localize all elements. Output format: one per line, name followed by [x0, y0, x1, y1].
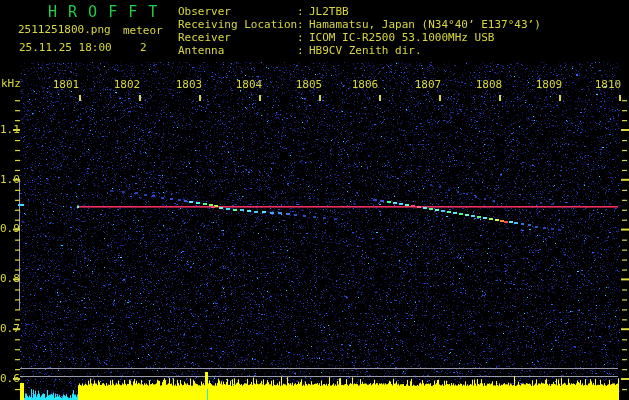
time-label: 1809 [536, 78, 563, 91]
time-label: 1807 [415, 78, 442, 91]
info-label: Receiving Location [178, 18, 297, 31]
time-label: 1804 [236, 78, 263, 91]
freq-label: 0.7 [0, 322, 14, 335]
info-colon: : [297, 31, 305, 44]
time-label: 1805 [296, 78, 323, 91]
time-label: 1806 [352, 78, 379, 91]
info-colon: : [297, 5, 305, 18]
freq-label: 1.1 [0, 123, 14, 136]
output-filename: 2511251800.png [18, 23, 111, 36]
info-row-receiving-location: Receiving Location:Hamamatsu, Japan (N34… [178, 18, 541, 31]
info-colon: : [297, 44, 305, 57]
info-value: HB9CV Zenith dir. [309, 44, 422, 57]
app-title: H R O F F T [48, 3, 158, 21]
station-info: Observer:JL2TBB Receiving Location:Hamam… [178, 5, 541, 57]
info-value: ICOM IC-R2500 53.1000MHz USB [309, 31, 494, 44]
info-colon: : [297, 18, 305, 31]
time-label: 1803 [176, 78, 203, 91]
time-label: 1808 [476, 78, 503, 91]
freq-label: 1.0 [0, 173, 14, 186]
meteor-count: 2 [140, 41, 147, 54]
time-label: 1802 [114, 78, 141, 91]
info-label: Observer [178, 5, 297, 18]
spectrogram-canvas [0, 0, 629, 400]
hrofft-screenshot: H R O F F T 2511251800.png meteor 25.11.… [0, 0, 629, 400]
info-row-antenna: Antenna:HB9CV Zenith dir. [178, 44, 541, 57]
mode-label: meteor [123, 24, 163, 37]
freq-unit-label: kHz [1, 77, 21, 90]
time-label: 1801 [53, 78, 80, 91]
freq-label: 0.6 [0, 372, 14, 385]
time-label: 1810 [595, 78, 622, 91]
info-label: Antenna [178, 44, 297, 57]
info-value: JL2TBB [309, 5, 349, 18]
info-row-receiver: Receiver:ICOM IC-R2500 53.1000MHz USB [178, 31, 541, 44]
info-row-observer: Observer:JL2TBB [178, 5, 541, 18]
observation-datetime: 25.11.25 18:00 [19, 41, 112, 54]
freq-label: 0.8 [0, 272, 14, 285]
info-label: Receiver [178, 31, 297, 44]
info-value: Hamamatsu, Japan (N34°40’ E137°43’) [309, 18, 541, 31]
freq-label: 0.9 [0, 222, 14, 235]
